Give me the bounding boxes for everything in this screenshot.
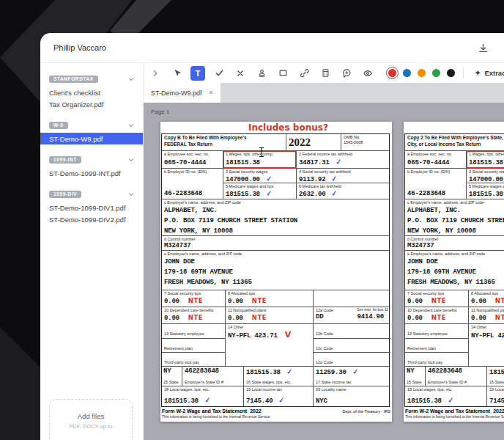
bonus-annotation[interactable]: Includes bonus? xyxy=(248,122,328,133)
calculator-tool-button[interactable] xyxy=(318,66,333,81)
sidebar-section-w9[interactable]: W-9 xyxy=(40,118,143,133)
annotation-color-green-button[interactable] xyxy=(432,69,440,77)
annotation-color-black-button[interactable] xyxy=(447,69,455,77)
sidebar-section-stanfordtax[interactable]: STANFORDTAX xyxy=(40,72,143,87)
sidebar-item-clients-checklist[interactable]: Client's checklist xyxy=(40,87,143,98)
nte-annotation[interactable]: NTE xyxy=(431,314,446,321)
annotation-color-orange-button[interactable] xyxy=(418,69,426,77)
w2-box-b: b Employer ID no. (EIN) 46-2283648 xyxy=(405,169,467,199)
sidebar-section-1099-int[interactable]: 1099-INT xyxy=(40,153,143,167)
check-annotation[interactable]: ✓ xyxy=(265,188,272,197)
nte-annotation[interactable]: NTE xyxy=(495,314,504,321)
tab-st-demo-w9[interactable]: ST-Demo-W9.pdf ✕ xyxy=(144,83,220,103)
w2-box-5: 5 Medicare wages and tips 181515.38✓ xyxy=(467,183,504,198)
w2-box-12a: 12a CodeSee instr. for box 12 DD9414.90 xyxy=(314,307,390,323)
w2-box-13-statutory: 13 Statutory employee xyxy=(162,324,225,339)
nte-annotation[interactable]: NTE xyxy=(252,314,267,321)
check-annotation[interactable]: ✓ xyxy=(265,174,272,183)
w2-box-b: b Employer ID no. (EIN) 46-2283648 xyxy=(162,169,223,199)
sidebar: STANFORDTAX Client's checklist Tax Organ… xyxy=(40,63,144,440)
chevron-down-icon xyxy=(128,191,134,197)
w2-box-17: 11259.30✓ 17 State income tax xyxy=(314,367,390,386)
w2-box-13-retirement: Retirement plan xyxy=(162,339,225,353)
w2-box-1: 1 Wages, tips, other comp. 181515.38 xyxy=(467,151,504,168)
w2-box-10: 10 Dependent care benefits 0.00NTE xyxy=(162,307,226,323)
sidebar-item-tax-organizer[interactable]: Tax Organizer.pdf xyxy=(40,98,143,110)
w2-box-13-sickpay: Third-party sick pay xyxy=(162,353,225,366)
close-tab-icon[interactable]: ✕ xyxy=(209,89,214,96)
sidebar-item-st-demo-1099-div2[interactable]: ST-Demo-1099-DIV2.pdf xyxy=(40,213,143,225)
section-badge: STANFORDTAX xyxy=(49,76,98,84)
w2-form: Copy 2 To Be Filed With Employee's State… xyxy=(404,133,504,407)
w2-box-11: 11 Nonqualified plans 0.00NTE xyxy=(469,307,504,323)
w2-box-18: 18 Local wages, tips, etc. 181515.38✓ xyxy=(405,386,487,406)
w2-box-5: 5 Medicare wages and tips 181515.38✓ xyxy=(223,183,296,198)
w2-box-18: 18 Local wages, tips, etc. 181515.38✓ xyxy=(162,386,244,406)
view-tool-button[interactable] xyxy=(360,66,375,81)
comment-tool-button[interactable] xyxy=(339,66,354,81)
annotation-color-red-button[interactable] xyxy=(388,69,396,77)
chevron-down-icon xyxy=(128,157,134,163)
nte-annotation[interactable]: NTE xyxy=(431,297,446,304)
x-annotation-button[interactable] xyxy=(233,66,248,81)
w2-box-a: a Employee soc. sec. no. 065-70-4444 xyxy=(162,151,223,168)
check-annotation[interactable]: ✓ xyxy=(331,174,338,183)
pointer-tool-button[interactable] xyxy=(169,66,184,81)
nte-annotation[interactable]: NTE xyxy=(252,297,267,304)
document-page-copy-2[interactable]: Copy 2 To Be Filed With Employee's State… xyxy=(404,122,504,422)
w2-form: Copy B To Be Filed With Employee's FEDER… xyxy=(161,133,390,407)
check-annotation[interactable]: ✓ xyxy=(286,367,292,376)
annotation-color-blue-button[interactable] xyxy=(403,69,411,77)
document-page-copy-b[interactable]: Includes bonus? Copy B To Be Filed With … xyxy=(160,122,392,422)
extract-data-button[interactable]: ✦ Extract data xyxy=(472,67,504,79)
collapse-sidebar-button[interactable] xyxy=(148,66,163,81)
w2-copy-header: Copy B To Be Filed With Employee's FEDER… xyxy=(162,134,286,150)
stamp-tool-button[interactable] xyxy=(254,66,269,81)
comment-plus-icon xyxy=(342,68,352,78)
nte-annotation[interactable]: NTE xyxy=(495,297,504,304)
w2-box-e-employee: e Employee's name, address, and ZIP code… xyxy=(405,251,504,290)
w2-box-14-other: 14 Other NY-PFL 423.71V xyxy=(226,324,314,366)
sidebar-item-st-demo-1099-div1[interactable]: ST-Demo-1099-DIV1.pdf xyxy=(40,202,143,213)
tab-strip: ST-Demo-W9.pdf ✕ xyxy=(144,83,504,103)
v-annotation[interactable]: V xyxy=(285,330,292,340)
app-header: Phillip Vaccaro xyxy=(40,33,504,63)
check-annotation[interactable]: ✓ xyxy=(278,396,285,405)
sidebar-section-1099-div[interactable]: 1099-DIV xyxy=(40,187,143,202)
chevron-down-icon xyxy=(128,122,134,128)
check-annotation-button[interactable] xyxy=(212,66,226,81)
w2-box-12b: 12b Code xyxy=(314,324,390,339)
check-annotation[interactable]: ✓ xyxy=(352,367,358,376)
sidebar-item-st-demo-w9[interactable]: ST-Demo-W9.pdf xyxy=(40,133,143,144)
w2-year: 2022 xyxy=(286,134,341,150)
check-icon xyxy=(215,68,224,78)
w2-box-12c: 12c Code xyxy=(314,339,390,353)
rectangle-tool-button[interactable] xyxy=(275,66,290,81)
section-badge: 1099-INT xyxy=(49,156,81,164)
w2-box-15-state: NY 15 State 462283648 Employer's State I… xyxy=(405,367,487,386)
text-tool-button[interactable]: T xyxy=(190,66,205,81)
check-annotation[interactable]: ✓ xyxy=(335,158,341,166)
nte-annotation[interactable]: NTE xyxy=(188,297,203,304)
add-files-dropzone[interactable]: Add files PDF, DOCX up to xyxy=(49,399,133,440)
tab-label: ST-Demo-W9.pdf xyxy=(151,89,202,97)
check-annotation[interactable]: ✓ xyxy=(331,188,338,197)
check-annotation[interactable]: ✓ xyxy=(204,396,210,405)
nte-annotation[interactable]: NTE xyxy=(188,314,203,321)
w2-box-a: a Employee soc. sec. no. 065-70-4444 xyxy=(405,151,467,168)
link-tool-button[interactable] xyxy=(297,66,311,81)
w2-box-13-statutory: 13 Statutory employee xyxy=(405,324,468,339)
section-badge: W-9 xyxy=(49,122,68,130)
w2-box-4: 4 Social security tax withheld 9113.92✓ xyxy=(297,169,390,183)
w2-box-7: 7 Social security tips 0.00NTE xyxy=(162,290,226,307)
w2-box-3: 3 Social security wages 147000.00✓ xyxy=(467,169,504,183)
chevron-down-icon xyxy=(128,76,134,82)
x-icon xyxy=(236,69,245,78)
check-annotation[interactable]: ✓ xyxy=(447,396,453,405)
add-files-label: Add files xyxy=(50,412,132,420)
w2-box-12d: 12d Code xyxy=(314,353,390,366)
sidebar-item-st-demo-1099-int[interactable]: ST-Demo-1099-INT.pdf xyxy=(40,167,143,179)
document-viewer[interactable]: Page 1 Includes bonus? Copy B To Be File… xyxy=(144,103,504,440)
download-button[interactable] xyxy=(475,40,491,56)
annotation-toolbar: T xyxy=(144,63,504,83)
